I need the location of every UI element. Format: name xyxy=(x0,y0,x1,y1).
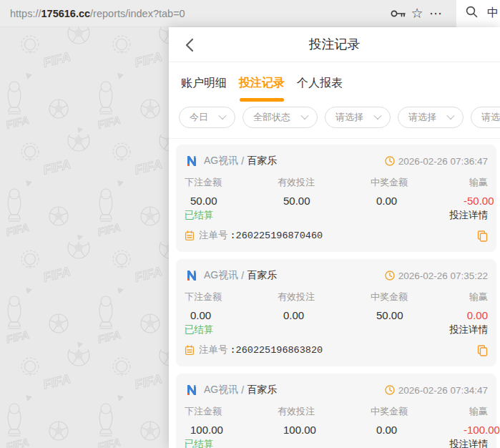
game-provider: AG视讯 / 百家乐 xyxy=(185,154,277,168)
panel-header: 投注记录 xyxy=(169,27,500,62)
bet-detail-link[interactable]: 投注详情 xyxy=(449,438,488,448)
fifa-watermark-background: FIFA FIFA xyxy=(0,27,169,448)
chevron-down-icon xyxy=(218,111,226,119)
chevron-down-icon xyxy=(300,111,308,119)
url-path: /reports/index?tab=0 xyxy=(90,8,185,19)
url-host: 175616.cc xyxy=(41,8,91,19)
ag-logo-icon xyxy=(185,154,199,168)
bet-detail-link[interactable]: 投注详情 xyxy=(449,209,488,222)
url-text[interactable]: https://175616.cc/reports/index?tab=0 xyxy=(10,8,185,19)
column-headers: 下注金额 有效投注 中奖金额 输赢 xyxy=(185,405,488,418)
status-badge: 已结算 xyxy=(185,323,214,336)
page-title: 投注记录 xyxy=(309,36,361,53)
filter-bar: 今日 全部状态 请选择 请选择 请选择 xyxy=(169,104,500,139)
record-time: 2026-02-26 07:36:47 xyxy=(385,156,488,167)
order-number: 260225196870460 xyxy=(236,230,323,241)
receipt-icon xyxy=(185,230,195,241)
ag-logo-icon xyxy=(185,383,199,397)
browser-address-bar[interactable]: https://175616.cc/reports/index?tab=0 ☆ … xyxy=(0,0,500,27)
record-values: 100.00 100.00 0.00 -100.00 xyxy=(185,424,488,436)
profit-loss: -100.00 xyxy=(464,424,500,436)
separator: / xyxy=(241,270,244,281)
chevron-down-icon xyxy=(446,111,454,119)
filter-date-select[interactable]: 今日 xyxy=(179,107,235,128)
tab-bet-records[interactable]: 投注记录 xyxy=(239,76,285,91)
clock-icon xyxy=(385,156,395,166)
win-amount: 0.00 xyxy=(371,195,464,207)
filter-select-3[interactable]: 请选择 xyxy=(325,107,391,128)
chevron-down-icon xyxy=(373,111,381,119)
order-number-row: 注单号 : 260225196870460 xyxy=(185,229,488,242)
bet-record-card: AG视讯 / 百家乐 2026-02-26 07:35:22 下注金额 有 xyxy=(176,259,496,366)
search-icon[interactable] xyxy=(465,5,479,21)
bet-amount: 100.00 xyxy=(185,424,278,436)
chevron-left-icon xyxy=(185,38,194,52)
record-values: 50.00 50.00 0.00 -50.00 xyxy=(185,195,488,207)
back-button[interactable] xyxy=(185,37,196,53)
column-headers: 下注金额 有效投注 中奖金额 输赢 xyxy=(185,176,488,189)
clock-icon xyxy=(385,385,395,395)
game-provider: AG视讯 / 百家乐 xyxy=(185,268,277,283)
tab-account-details[interactable]: 账户明细 xyxy=(181,76,227,91)
receipt-icon xyxy=(185,345,195,356)
valid-bet: 50.00 xyxy=(278,195,371,207)
record-time: 2026-02-26 07:35:22 xyxy=(385,271,488,281)
key-icon[interactable] xyxy=(389,9,408,19)
star-icon[interactable]: ☆ xyxy=(408,6,426,20)
record-list: AG视讯 / 百家乐 2026-02-26 07:36:47 下注金额 有 xyxy=(169,139,500,448)
order-number-row: 注单号 : 260225196863820 xyxy=(185,344,488,356)
valid-bet: 0.00 xyxy=(278,309,371,321)
find-bar: 中 xyxy=(456,0,500,27)
clock-icon xyxy=(385,271,395,281)
separator: / xyxy=(241,155,244,167)
profit-loss: -50.00 xyxy=(464,195,494,207)
column-headers: 下注金额 有效投注 中奖金额 输赢 xyxy=(185,291,488,303)
bet-amount: 0.00 xyxy=(185,309,278,321)
valid-bet: 100.00 xyxy=(278,424,371,436)
copy-icon[interactable] xyxy=(476,344,488,356)
tab-bar: 账户明细 投注记录 个人报表 xyxy=(169,62,500,104)
win-amount: 50.00 xyxy=(371,309,464,321)
filter-status-select[interactable]: 全部状态 xyxy=(242,107,318,128)
bet-detail-link[interactable]: 投注详情 xyxy=(449,323,488,336)
reports-panel: 投注记录 账户明细 投注记录 个人报表 今日 全部状态 请选择 请选择 xyxy=(169,27,500,448)
order-number: 260225196863820 xyxy=(236,345,323,356)
filter-select-4[interactable]: 请选择 xyxy=(398,107,464,128)
ag-logo-icon xyxy=(185,268,199,283)
more-icon[interactable]: ⋯ xyxy=(426,7,445,20)
bet-record-card: AG视讯 / 百家乐 2026-02-26 07:34:47 下注金额 有 xyxy=(176,374,496,448)
profit-loss: 0.00 xyxy=(464,309,488,321)
tab-personal-report[interactable]: 个人报表 xyxy=(297,76,343,91)
status-badge: 已结算 xyxy=(185,438,214,448)
record-values: 0.00 0.00 50.00 0.00 xyxy=(185,309,488,321)
win-amount: 0.00 xyxy=(371,424,464,436)
separator: / xyxy=(241,384,244,396)
translate-icon[interactable]: 中 xyxy=(487,6,499,21)
status-badge: 已结算 xyxy=(185,209,214,222)
url-scheme: https:// xyxy=(10,8,41,19)
bet-record-card: AG视讯 / 百家乐 2026-02-26 07:36:47 下注金额 有 xyxy=(176,145,496,252)
order-label: 注单号 xyxy=(199,344,228,356)
bet-amount: 50.00 xyxy=(185,195,278,207)
filter-select-5[interactable]: 请选择 xyxy=(471,107,500,128)
order-label: 注单号 xyxy=(199,229,228,242)
record-time: 2026-02-26 07:34:47 xyxy=(385,385,488,396)
game-provider: AG视讯 / 百家乐 xyxy=(185,383,277,397)
copy-icon[interactable] xyxy=(476,230,488,242)
